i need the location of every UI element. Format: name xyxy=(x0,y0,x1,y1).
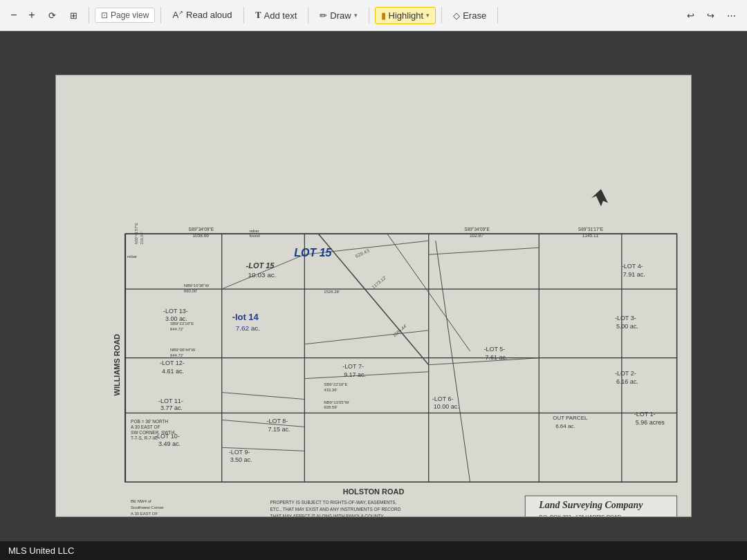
svg-text:6.64 ac.: 6.64 ac. xyxy=(555,423,575,429)
svg-text:NB9°10'36"W: NB9°10'36"W xyxy=(184,283,210,288)
svg-text:-LOT 3-: -LOT 3- xyxy=(615,314,636,321)
svg-text:10.03 ac.: 10.03 ac. xyxy=(248,271,277,279)
svg-text:BE NW4 of: BE NW4 of xyxy=(131,499,151,503)
svg-text:-LOT 12-: -LOT 12- xyxy=(160,359,185,366)
svg-text:3.50 ac.: 3.50 ac. xyxy=(230,456,252,463)
svg-text:SB9°22'16"E: SB9°22'16"E xyxy=(324,382,347,386)
toolbar-right: ↩ ↪ ⋯ xyxy=(681,8,741,24)
svg-text:Land Surveying Company: Land Surveying Company xyxy=(538,500,643,510)
svg-text:3.49 ac.: 3.49 ac. xyxy=(158,440,181,447)
svg-text:NB9°13'05"W: NB9°13'05"W xyxy=(324,400,349,404)
company-label: MLS United LLC xyxy=(8,545,74,556)
svg-text:ETC., THAT MAY EXIST AND ANY I: ETC., THAT MAY EXIST AND ANY INSTRUMENTS… xyxy=(270,507,400,512)
svg-text:rebar: rebar xyxy=(250,229,259,233)
page-view-button[interactable]: ⊡ Page view xyxy=(95,8,155,23)
svg-text:-LOT 5-: -LOT 5- xyxy=(484,345,506,352)
undo-button[interactable]: ↩ xyxy=(681,8,700,24)
highlight-icon: ▮ xyxy=(381,10,386,21)
divider-5 xyxy=(369,7,369,24)
highlight-button[interactable]: ▮ Highlight ▾ xyxy=(375,7,436,24)
zoom-controls: − + xyxy=(6,7,40,24)
draw-chevron-icon: ▾ xyxy=(354,12,358,19)
fit-page-icon: ⊞ xyxy=(70,10,77,21)
svg-text:216.04': 216.04' xyxy=(140,232,144,244)
svg-text:-LOT 15: -LOT 15 xyxy=(246,261,275,270)
svg-text:7.62 ac.: 7.62 ac. xyxy=(236,324,260,331)
svg-text:S89°31'17"E: S89°31'17"E xyxy=(578,227,604,232)
svg-text:A 30 EAST OF: A 30 EAST OF xyxy=(131,424,160,429)
svg-text:-LOT 11-: -LOT 11- xyxy=(158,397,183,404)
redo-button[interactable]: ↪ xyxy=(701,8,720,24)
svg-text:102.87': 102.87' xyxy=(470,233,484,238)
svg-text:7.15 ac.: 7.15 ac. xyxy=(268,426,290,433)
main-content: GRAPHIC SCALE 300 0 150 300 600 1200 xyxy=(0,31,747,560)
svg-text:644.72': 644.72' xyxy=(170,353,183,357)
holston-road-label: HOLSTON ROAD xyxy=(343,487,405,496)
read-aloud-icon: A↗ xyxy=(172,10,183,20)
svg-text:6.16 ac.: 6.16 ac. xyxy=(616,377,638,384)
svg-text:T-7-S, R-7-W.: T-7-S, R-7-W. xyxy=(131,436,158,440)
svg-text:OUT PARCEL: OUT PARCEL xyxy=(553,415,588,421)
survey-map-svg: HOLSTON ROAD WILLIAMS ROAD S89°34'09"E 1… xyxy=(56,75,691,516)
svg-text:-LOT 8-: -LOT 8- xyxy=(266,418,288,424)
undo-icon: ↩ xyxy=(687,10,694,21)
svg-text:660.00': 660.00' xyxy=(184,289,197,293)
svg-text:SW CORNER, SWT/4,: SW CORNER, SWT/4, xyxy=(131,430,176,435)
draw-button[interactable]: ✏ Draw ▾ xyxy=(314,8,362,24)
add-text-icon: 𝐓 xyxy=(255,10,261,21)
divider-2 xyxy=(160,7,161,24)
svg-text:5.96 acres: 5.96 acres xyxy=(636,419,665,426)
erase-label: Erase xyxy=(463,10,486,21)
divider-7 xyxy=(497,7,498,24)
document-container: GRAPHIC SCALE 300 0 150 300 600 1200 xyxy=(55,75,692,517)
draw-icon: ✏ xyxy=(320,10,327,21)
svg-text:-LOT 4-: -LOT 4- xyxy=(622,263,643,270)
svg-text:-LOT 7-: -LOT 7- xyxy=(342,362,364,369)
svg-text:-LOT 1-: -LOT 1- xyxy=(634,411,656,418)
erase-icon: ◇ xyxy=(453,10,460,21)
draw-label: Draw xyxy=(330,10,351,21)
bottom-bar: MLS United LLC xyxy=(0,541,747,560)
svg-text:LOT 15: LOT 15 xyxy=(294,247,332,259)
svg-text:3.77 ac.: 3.77 ac. xyxy=(160,404,183,411)
svg-text:-LOT 13-: -LOT 13- xyxy=(163,307,188,314)
svg-text:A 30 EAST OF: A 30 EAST OF xyxy=(131,512,158,516)
svg-text:433.36': 433.36' xyxy=(324,387,337,391)
svg-rect-0 xyxy=(56,75,690,516)
svg-text:7.61 ac.: 7.61 ac. xyxy=(485,353,507,360)
svg-text:928.59': 928.59' xyxy=(324,405,337,409)
divider-4 xyxy=(308,7,308,24)
svg-text:-LOT 6-: -LOT 6- xyxy=(432,395,454,402)
rotate-icon: ⟳ xyxy=(48,10,56,21)
svg-text:4.61 ac.: 4.61 ac. xyxy=(162,367,184,374)
rotate-button[interactable]: ⟳ xyxy=(43,8,62,24)
read-aloud-button[interactable]: A↗ Read aloud xyxy=(167,7,237,23)
add-text-label: Add text xyxy=(264,10,297,21)
zoom-in-button[interactable]: + xyxy=(24,7,40,24)
svg-text:-lot 14: -lot 14 xyxy=(232,311,259,321)
erase-button[interactable]: ◇ Erase xyxy=(448,8,492,24)
svg-text:THAT MAY AFFECT IT ALONG WITH : THAT MAY AFFECT IT ALONG WITH PANOLA COU… xyxy=(270,513,384,516)
svg-text:5.00 ac.: 5.00 ac. xyxy=(616,322,638,329)
toolbar: − + ⟳ ⊞ ⊡ Page view A↗ Read aloud 𝐓 Add … xyxy=(0,0,747,31)
redo-icon: ↪ xyxy=(707,10,714,21)
divider-6 xyxy=(441,7,442,24)
svg-text:P.O. BOX 303 · 176 HARRIS ROAD: P.O. BOX 303 · 176 HARRIS ROAD xyxy=(539,513,622,516)
svg-text:644.72': 644.72' xyxy=(170,326,183,330)
svg-text:NB9°06'44"W: NB9°06'44"W xyxy=(170,347,196,351)
read-aloud-label: Read aloud xyxy=(186,10,232,20)
fit-page-button[interactable]: ⊞ xyxy=(64,8,83,24)
svg-text:1145.11': 1145.11' xyxy=(582,233,600,238)
zoom-out-button[interactable]: − xyxy=(6,7,22,24)
more-options-button[interactable]: ⋯ xyxy=(721,8,741,24)
svg-text:Southwest Corner: Southwest Corner xyxy=(131,505,164,510)
highlight-label: Highlight xyxy=(389,10,424,21)
svg-text:found: found xyxy=(250,234,260,238)
page-view-label: Page view xyxy=(111,10,149,20)
svg-text:7.91 ac.: 7.91 ac. xyxy=(623,271,645,278)
svg-text:-LOT 2-: -LOT 2- xyxy=(615,369,636,376)
svg-text:10.00 ac.: 10.00 ac. xyxy=(434,403,459,410)
svg-text:PROPERTY IS SUBJECT TO RIGHTS-: PROPERTY IS SUBJECT TO RIGHTS-OF-WAY, EA… xyxy=(270,500,396,505)
add-text-button[interactable]: 𝐓 Add text xyxy=(250,7,303,24)
svg-text:S89°34'09"E: S89°34'09"E xyxy=(189,227,214,232)
